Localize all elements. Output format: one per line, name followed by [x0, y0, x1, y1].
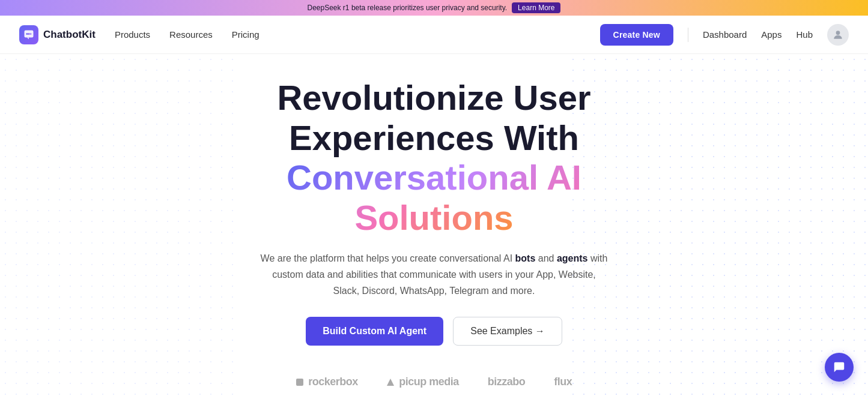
nav-link-apps[interactable]: Apps	[761, 29, 782, 40]
chat-bubble-button[interactable]	[825, 353, 854, 382]
hero-subtitle: We are the platform that helps you creat…	[260, 250, 609, 299]
logo[interactable]: ChatbotKit	[19, 25, 96, 44]
hero-title: Revolutionize User Experiences With Conv…	[224, 78, 645, 238]
svg-point-2	[28, 33, 30, 35]
build-custom-ai-agent-button[interactable]: Build Custom AI Agent	[306, 317, 443, 346]
nav-divider	[688, 28, 688, 42]
logo-text: ChatbotKit	[43, 29, 96, 41]
nav-link-pricing[interactable]: Pricing	[232, 29, 259, 40]
nav-link-products[interactable]: Products	[115, 29, 150, 40]
nav-link-dashboard[interactable]: Dashboard	[703, 29, 747, 40]
nav-left: ChatbotKit Products Resources Pricing	[19, 25, 259, 44]
hero-title-line1: Revolutionize User	[277, 78, 590, 117]
partner-logo-bizzabo: bizzabo	[488, 376, 526, 388]
nav-link-hub[interactable]: Hub	[796, 29, 813, 40]
announcement-text: DeepSeek r1 beta release prioritizes use…	[308, 4, 508, 12]
partner-logo-flux: flux	[554, 376, 572, 388]
navbar: ChatbotKit Products Resources Pricing Cr…	[0, 16, 868, 54]
nav-link-resources[interactable]: Resources	[169, 29, 213, 40]
partner-logo-picupmedia: picup media	[387, 376, 459, 388]
hero-content: Revolutionize User Experiences With Conv…	[224, 78, 645, 396]
partner-logo-strip: rockerbox picup media bizzabo flux	[224, 376, 645, 388]
partner-logo-rockerbox: rockerbox	[296, 376, 358, 388]
see-examples-button[interactable]: See Examples →	[453, 317, 562, 346]
hero-title-line2: Experiences With	[289, 118, 579, 157]
hero-title-gradient: Conversational AI Solutions	[287, 158, 581, 237]
svg-marker-6	[387, 379, 394, 386]
announcement-banner: DeepSeek r1 beta release prioritizes use…	[0, 0, 868, 16]
create-new-button[interactable]: Create New	[600, 24, 673, 46]
cta-buttons: Build Custom AI Agent See Examples →	[224, 317, 645, 346]
svg-rect-5	[296, 379, 303, 386]
svg-point-4	[836, 31, 840, 35]
hero-bold-agents: agents	[557, 253, 588, 263]
avatar[interactable]	[827, 24, 849, 46]
hero-bold-bots: bots	[515, 253, 536, 263]
nav-right: Create New Dashboard Apps Hub	[600, 24, 849, 46]
svg-point-1	[26, 33, 28, 35]
logo-icon	[19, 25, 38, 44]
hero-section: Revolutionize User Experiences With Conv…	[0, 54, 868, 396]
learn-more-button[interactable]: Learn More	[512, 2, 560, 13]
svg-point-3	[30, 33, 32, 35]
dot-grid-left	[0, 54, 240, 396]
